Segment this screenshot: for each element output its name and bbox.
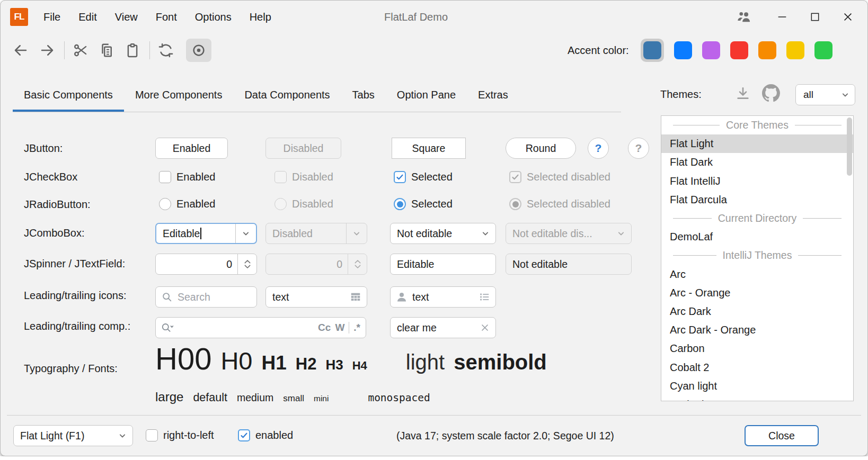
tab-more-components[interactable]: More Components: [124, 82, 234, 112]
theme-item-demolaf[interactable]: DemoLaf: [661, 228, 853, 246]
menu-file[interactable]: File: [34, 11, 69, 23]
users-icon[interactable]: [725, 1, 763, 33]
maximize-button[interactable]: [799, 1, 831, 33]
tab-tabs[interactable]: Tabs: [341, 82, 386, 112]
spinner-buttons: [348, 254, 367, 274]
default-sample: default: [193, 392, 227, 404]
accent-swatch-selected[interactable]: [641, 39, 664, 62]
back-button[interactable]: [10, 40, 31, 61]
menu-font[interactable]: Font: [147, 11, 186, 23]
disabled-button: Disabled: [265, 138, 341, 159]
spinner-buttons[interactable]: [237, 254, 256, 274]
checkbox-enabled[interactable]: Enabled: [159, 171, 215, 183]
checkbox-box[interactable]: [146, 429, 158, 441]
copy-button[interactable]: [96, 40, 117, 61]
close-window-button[interactable]: [831, 1, 864, 33]
tab-divider: [13, 112, 621, 112]
search-dropdown-icon[interactable]: [156, 321, 174, 334]
checkbox-box[interactable]: [238, 429, 250, 441]
accent-swatch-purple[interactable]: [702, 41, 720, 59]
whole-word-button[interactable]: W: [335, 322, 344, 333]
download-icon[interactable]: [734, 85, 751, 102]
cut-button[interactable]: [70, 40, 91, 61]
theme-item-arc-dark-orange[interactable]: Arc Dark - Orange: [661, 321, 853, 339]
refresh-button[interactable]: [155, 40, 176, 61]
flatlaf-demo-window: FL File Edit View Font Options Help Flat…: [0, 0, 868, 456]
chevron-down-icon: [611, 228, 631, 239]
close-button[interactable]: Close: [745, 425, 819, 446]
theme-item-arc-dark[interactable]: Arc Dark: [661, 302, 853, 321]
theme-item-flat-light[interactable]: Flat Light: [661, 134, 853, 153]
chevron-down-icon[interactable]: [112, 430, 132, 441]
enabled-button[interactable]: Enabled: [155, 138, 228, 159]
combobox-editable[interactable]: Editable: [155, 223, 257, 244]
mini-sample: mini: [314, 394, 329, 403]
theme-item-cyan-light[interactable]: Cyan light: [661, 377, 853, 395]
checkbox-selected[interactable]: Selected: [394, 171, 453, 183]
search-field[interactable]: Search: [155, 286, 257, 308]
accent-swatch-orange[interactable]: [758, 41, 776, 59]
tab-extras[interactable]: Extras: [467, 82, 519, 112]
radio-selected[interactable]: Selected: [394, 198, 453, 210]
theme-item-arc-orange[interactable]: Arc - Orange: [661, 284, 853, 302]
help-button-secondary[interactable]: ?: [628, 138, 649, 159]
theme-item-arc[interactable]: Arc: [661, 265, 853, 284]
mini-separator: [349, 322, 349, 333]
menu-help[interactable]: Help: [241, 11, 280, 23]
paste-button[interactable]: [122, 40, 143, 61]
theme-item-flat-darcula[interactable]: Flat Darcula: [661, 191, 853, 209]
theme-item-flat-dark[interactable]: Flat Dark: [661, 153, 853, 172]
menu-edit[interactable]: Edit: [69, 11, 105, 23]
enabled-checkbox[interactable]: enabled: [238, 429, 293, 441]
radio-circle[interactable]: [394, 198, 406, 210]
accent-swatch-blue[interactable]: [674, 41, 692, 59]
github-icon[interactable]: [762, 84, 780, 102]
minimize-button[interactable]: [766, 1, 799, 33]
rtl-checkbox[interactable]: right-to-left: [146, 429, 214, 441]
table-icon[interactable]: [350, 291, 361, 303]
search-field-with-options[interactable]: Cc W .*: [155, 317, 366, 338]
help-button-primary[interactable]: ?: [588, 138, 609, 159]
themes-filter-combobox[interactable]: all: [795, 84, 855, 105]
theme-item-flat-intellij[interactable]: Flat IntelliJ: [661, 172, 853, 191]
theme-item-cobalt-2[interactable]: Cobalt 2: [661, 358, 853, 376]
clear-icon[interactable]: [480, 322, 490, 333]
match-case-button[interactable]: Cc: [318, 322, 331, 333]
accent-swatch-green[interactable]: [814, 41, 832, 59]
accent-swatch-red[interactable]: [730, 41, 748, 59]
tab-data-components[interactable]: Data Components: [233, 82, 341, 112]
themes-list-scrollbar[interactable]: [847, 118, 852, 176]
toolbar-separator: [149, 41, 150, 59]
menu-view[interactable]: View: [106, 11, 147, 23]
chevron-down-icon[interactable]: [475, 228, 495, 239]
spinner-enabled[interactable]: 0: [155, 254, 257, 275]
textfield-editable[interactable]: Editable: [390, 254, 496, 275]
radio-disabled: Disabled: [274, 198, 333, 210]
show-hidden-toggle[interactable]: [186, 39, 211, 62]
chevron-down-icon[interactable]: [236, 228, 256, 239]
regex-button[interactable]: .*: [353, 322, 360, 333]
square-button[interactable]: Square: [392, 138, 466, 159]
combobox-not-editable[interactable]: Not editable: [390, 223, 496, 244]
round-button[interactable]: Round: [506, 138, 576, 159]
radio-enabled[interactable]: Enabled: [159, 198, 215, 210]
menu-list-icon[interactable]: [479, 291, 490, 303]
theme-group-intellij-themes: IntelliJ Themes: [661, 246, 853, 265]
window-controls: [725, 1, 864, 33]
tab-basic-components[interactable]: Basic Components: [13, 82, 124, 112]
text-field-with-user-icon[interactable]: text: [390, 286, 496, 308]
laf-combobox[interactable]: Flat Light (F1): [13, 425, 133, 446]
clearable-field[interactable]: clear me: [390, 317, 496, 338]
radio-circle[interactable]: [159, 198, 171, 210]
checkbox-box[interactable]: [394, 171, 406, 183]
tab-option-pane[interactable]: Option Pane: [386, 82, 467, 112]
accent-swatch-yellow[interactable]: [786, 41, 804, 59]
text-field-with-table-icon[interactable]: text: [265, 286, 367, 308]
h00-sample: H00: [155, 342, 211, 376]
menu-options[interactable]: Options: [186, 11, 241, 23]
theme-item-dark-flat[interactable]: Dark Flat: [661, 395, 853, 401]
checkbox-box[interactable]: [159, 171, 171, 183]
typography-sizes: large default medium small mini monospac…: [155, 390, 430, 404]
forward-button[interactable]: [37, 40, 58, 61]
theme-item-carbon[interactable]: Carbon: [661, 339, 853, 358]
